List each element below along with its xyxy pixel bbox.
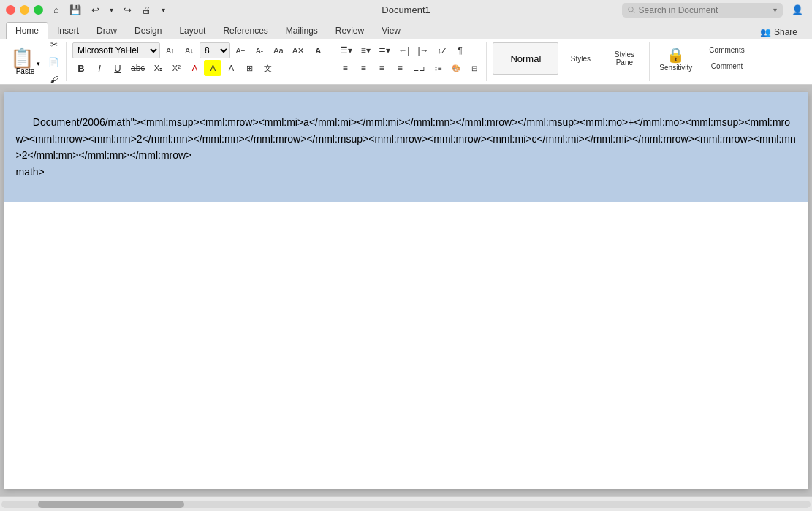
- bold-button[interactable]: B: [72, 60, 90, 76]
- shading-btn[interactable]: A: [222, 60, 240, 76]
- svg-point-0: [629, 7, 634, 12]
- comment-label: Comment: [711, 62, 743, 70]
- underline-button[interactable]: U: [109, 60, 126, 76]
- columns-btn[interactable]: ⊏⊐: [409, 60, 428, 76]
- styles-button[interactable]: Styles: [561, 42, 599, 75]
- tab-view[interactable]: View: [373, 23, 409, 39]
- styles-label: Styles: [571, 55, 591, 63]
- sort-btn[interactable]: ↕Z: [433, 42, 451, 58]
- font-size-shrink-btn[interactable]: A-: [251, 42, 268, 58]
- tab-mailings[interactable]: Mailings: [277, 23, 327, 39]
- align-row: ≡ ≡ ≡ ≡ ⊏⊐ ↕≡ 🎨 ⊟: [336, 60, 483, 76]
- ribbon-tabs: Home Insert Draw Design Layout Reference…: [0, 20, 812, 39]
- scrollbar-track[interactable]: [1, 501, 811, 508]
- save-icon[interactable]: 💾: [67, 3, 84, 17]
- paste-dropdown-icon: ▾: [37, 60, 40, 67]
- comment-button[interactable]: Comment: [707, 58, 746, 73]
- tab-references[interactable]: References: [214, 23, 276, 39]
- tab-home[interactable]: Home: [6, 22, 48, 39]
- paste-icon: 📋: [10, 48, 34, 67]
- line-spacing-btn[interactable]: ↕≡: [429, 60, 447, 76]
- superscript-button[interactable]: X²: [167, 60, 185, 76]
- search-input[interactable]: [639, 5, 770, 15]
- selected-text[interactable]: Document/2006/math"><mml:msup><mml:mrow>…: [4, 92, 808, 202]
- align-left-btn[interactable]: ≡: [336, 60, 354, 76]
- justify-btn[interactable]: ≡: [391, 60, 409, 76]
- paste-button[interactable]: 📋 ▾ Paste: [7, 47, 43, 77]
- text-highlight-btn[interactable]: A: [309, 42, 327, 58]
- sensitivity-group: 🔒 Sensitivity: [653, 42, 699, 81]
- maximize-button[interactable]: [34, 5, 43, 15]
- search-dropdown-icon[interactable]: ▾: [773, 6, 777, 14]
- decrease-indent-btn[interactable]: ←|: [395, 42, 413, 58]
- align-right-btn[interactable]: ≡: [373, 60, 390, 76]
- increase-indent-btn[interactable]: |→: [414, 42, 432, 58]
- bullet-list-btn[interactable]: ☰▾: [336, 42, 356, 58]
- show-formatting-btn[interactable]: ¶: [452, 42, 469, 58]
- font-name-select[interactable]: Microsoft YaHei: [72, 42, 160, 58]
- subscript-button[interactable]: X₂: [149, 60, 167, 76]
- font-name-grow-icon[interactable]: A↑: [162, 42, 179, 58]
- share-button[interactable]: 👥 Share: [754, 26, 803, 39]
- print-icon[interactable]: 🖨: [139, 3, 154, 17]
- comments-button[interactable]: Comments: [705, 42, 748, 57]
- font-selector-row: Microsoft YaHei A↑ A↓ 8 A+ A- Aa A✕ A: [72, 42, 327, 58]
- document-page[interactable]: Document/2006/math"><mml:msup><mml:mrow>…: [4, 92, 808, 489]
- title-bar: ⌂ 💾 ↩ ▾ ↪ 🖨 ▾ Document1 ▾ 👤: [0, 0, 812, 20]
- font-name-shrink-icon[interactable]: A↓: [181, 42, 198, 58]
- phonetic-guide-btn[interactable]: 文: [259, 60, 276, 76]
- share-label: Share: [774, 27, 797, 37]
- sensitivity-button[interactable]: 🔒 Sensitivity: [656, 42, 696, 75]
- strikethrough-button[interactable]: abc: [127, 60, 148, 76]
- ribbon-tab-right: 👥 Share: [754, 26, 812, 39]
- minimize-button[interactable]: [20, 5, 29, 15]
- search-icon: [628, 6, 636, 15]
- tab-draw[interactable]: Draw: [88, 23, 126, 39]
- document-content: Document/2006/math"><mml:msup><mml:mrow>…: [16, 116, 796, 177]
- numbered-list-btn[interactable]: ≡▾: [357, 42, 374, 58]
- clipboard-buttons: ✂ 📄 🖌: [45, 37, 63, 88]
- tab-layout[interactable]: Layout: [170, 23, 214, 39]
- font-color-btn[interactable]: A: [186, 60, 203, 76]
- styles-pane-button[interactable]: Styles Pane: [602, 42, 646, 75]
- share-icon: 👥: [760, 27, 771, 37]
- italic-button[interactable]: I: [91, 60, 108, 76]
- font-group: Microsoft YaHei A↑ A↓ 8 A+ A- Aa A✕ A B …: [69, 42, 330, 81]
- clear-format-btn[interactable]: A✕: [289, 42, 308, 58]
- scrollbar-thumb[interactable]: [38, 501, 184, 508]
- font-size-grow-btn[interactable]: A+: [232, 42, 249, 58]
- search-bar[interactable]: ▾: [622, 3, 783, 18]
- change-case-btn[interactable]: Aa: [270, 42, 287, 58]
- horizontal-scrollbar[interactable]: [0, 496, 812, 511]
- align-center-btn[interactable]: ≡: [354, 60, 372, 76]
- list-row: ☰▾ ≡▾ ≣▾ ←| |→ ↕Z ¶: [336, 42, 468, 58]
- shading2-btn[interactable]: 🎨: [447, 60, 465, 76]
- document-title: Document1: [382, 4, 430, 15]
- customize-icon[interactable]: ▾: [159, 4, 168, 15]
- undo-dropdown-icon[interactable]: ▾: [107, 4, 116, 15]
- tab-design[interactable]: Design: [126, 23, 170, 39]
- format-row: B I U abc X₂ X² A A A ⊞ 文: [72, 60, 276, 76]
- comments-group: Comments Comment: [702, 42, 751, 81]
- close-button[interactable]: [6, 5, 15, 15]
- borders-btn[interactable]: ⊞: [240, 60, 258, 76]
- undo-icon[interactable]: ↩: [88, 3, 102, 17]
- sensitivity-label: Sensitivity: [659, 64, 692, 72]
- copy-button[interactable]: 📄: [45, 54, 63, 70]
- svg-line-1: [633, 11, 635, 13]
- highlight-color-btn[interactable]: A: [204, 60, 221, 76]
- paste-label: Paste: [16, 67, 35, 75]
- format-painter-button[interactable]: 🖌: [45, 72, 63, 88]
- multilevel-list-btn[interactable]: ≣▾: [375, 42, 394, 58]
- styles-group: Normal Styles Styles Pane: [490, 42, 650, 81]
- borders2-btn[interactable]: ⊟: [466, 60, 483, 76]
- account-icon[interactable]: 👤: [789, 3, 806, 17]
- styles-pane-label: Styles Pane: [615, 50, 634, 67]
- font-size-select[interactable]: 8: [200, 42, 230, 58]
- ribbon-toolbar: 📋 ▾ Paste ✂ 📄 🖌 Microsoft YaHei A↑ A↓ 8 …: [0, 39, 812, 85]
- paragraph-group: ☰▾ ≡▾ ≣▾ ←| |→ ↕Z ¶ ≡ ≡ ≡ ≡ ⊏⊐ ↕≡ 🎨 ⊟: [333, 42, 487, 81]
- redo-icon[interactable]: ↪: [121, 3, 134, 17]
- home-icon[interactable]: ⌂: [50, 3, 62, 17]
- cut-button[interactable]: ✂: [45, 37, 63, 53]
- tab-review[interactable]: Review: [327, 23, 373, 39]
